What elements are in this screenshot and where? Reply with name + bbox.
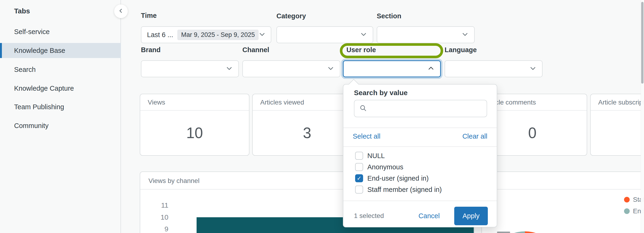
sidebar-item-knowledge-capture[interactable]: Knowledge Capture — [0, 81, 121, 96]
metric-card-value: 3 — [303, 124, 312, 142]
metric-card-views: Views 10 — [140, 94, 250, 156]
y-axis-tick: 10 — [140, 213, 168, 222]
search-input[interactable] — [370, 104, 482, 112]
clear-all-link[interactable]: Clear all — [462, 132, 487, 140]
sidebar-item-search[interactable]: Search — [0, 62, 121, 77]
sidebar-item-self-service[interactable]: Self-service — [0, 24, 121, 39]
option-label: End-user (signed in) — [367, 174, 429, 182]
search-field[interactable] — [354, 100, 487, 117]
time-filter-value: Last 6 ... — [147, 31, 173, 39]
metric-card-article-subscriptions: Article subscriptions — [590, 94, 644, 156]
option-end-user[interactable]: ✓ End-user (signed in) — [343, 173, 497, 184]
chevron-down-icon — [360, 31, 367, 39]
time-filter-range-pill: Mar 9, 2025 - Sep 9, 2025 — [177, 30, 258, 40]
legend-dot-orange — [624, 197, 630, 202]
search-icon — [359, 104, 367, 113]
checkbox-checked[interactable]: ✓ — [355, 174, 363, 182]
views-by-user-role-card: Staff member (signed in) End-user (signe… — [482, 172, 644, 233]
metric-card-value: 10 — [186, 124, 203, 142]
section-filter-label: Section — [377, 12, 402, 20]
scrollbar-thumb[interactable] — [641, 2, 644, 84]
brand-filter-select[interactable] — [141, 60, 239, 77]
option-null[interactable]: NULL — [343, 150, 497, 161]
chevron-down-icon — [327, 65, 334, 73]
chevron-left-icon — [118, 8, 124, 15]
panel-heading: Search by value — [354, 89, 408, 97]
metric-card-title: Views — [140, 94, 249, 111]
user-role-filter-select[interactable] — [343, 60, 441, 77]
brand-filter-label: Brand — [141, 46, 161, 54]
category-filter-select[interactable] — [276, 26, 373, 43]
select-all-link[interactable]: Select all — [353, 132, 380, 140]
chevron-down-icon — [462, 31, 468, 39]
divider — [343, 200, 497, 201]
channel-filter-label: Channel — [242, 46, 269, 54]
sidebar-item-knowledge-base[interactable]: Knowledge Base — [0, 43, 121, 58]
time-filter-select[interactable]: Last 6 ... Mar 9, 2025 - Sep 9, 2025 — [141, 26, 271, 43]
option-label: NULL — [367, 152, 385, 160]
user-role-dropdown-panel: Search by value Select all Clear all NUL… — [343, 84, 497, 227]
language-filter-select[interactable] — [444, 60, 542, 77]
explore-dashboard: Tabs Self-service Knowledge Base Search … — [0, 0, 644, 233]
y-axis-tick: 11 — [140, 201, 168, 210]
checkbox-unchecked[interactable] — [355, 152, 363, 160]
sidebar-collapse-button[interactable] — [114, 4, 128, 18]
cancel-button[interactable]: Cancel — [414, 212, 444, 220]
chevron-up-icon — [428, 65, 434, 73]
option-anonymous[interactable]: Anonymous — [343, 161, 497, 173]
check-icon: ✓ — [357, 175, 362, 182]
language-filter-label: Language — [444, 46, 477, 54]
selected-count: 1 selected — [354, 212, 384, 220]
section-filter-select[interactable] — [377, 26, 475, 43]
tabs-sidebar: Tabs Self-service Knowledge Base Search … — [0, 0, 121, 233]
divider — [343, 128, 497, 128]
chevron-down-icon — [258, 31, 266, 39]
sidebar-item-team-publishing[interactable]: Team Publishing — [0, 99, 121, 114]
partial-element-bottom — [497, 232, 510, 233]
metric-card-title: Article subscriptions — [591, 94, 644, 111]
time-filter-label: Time — [141, 12, 157, 20]
channel-filter-select[interactable] — [242, 60, 340, 77]
user-role-filter-label: User role — [346, 46, 376, 54]
checkbox-unchecked[interactable] — [355, 186, 363, 194]
option-staff-member[interactable]: Staff member (signed in) — [343, 184, 497, 195]
chevron-down-icon — [226, 65, 233, 73]
metric-card-value: 0 — [528, 124, 537, 142]
apply-button[interactable]: Apply — [454, 207, 488, 225]
legend-dot-teal — [624, 208, 630, 214]
chart-title — [482, 172, 644, 190]
divider — [343, 146, 497, 147]
sidebar-title: Tabs — [14, 7, 30, 15]
checkbox-unchecked[interactable] — [355, 163, 363, 171]
option-label: Anonymous — [367, 163, 403, 171]
category-filter-label: Category — [276, 12, 306, 20]
option-label: Staff member (signed in) — [367, 186, 442, 194]
panel-arrow — [348, 79, 359, 90]
chevron-down-icon — [530, 65, 536, 73]
sidebar-item-community[interactable]: Community — [0, 118, 121, 133]
y-axis-tick: 9 — [140, 225, 168, 233]
